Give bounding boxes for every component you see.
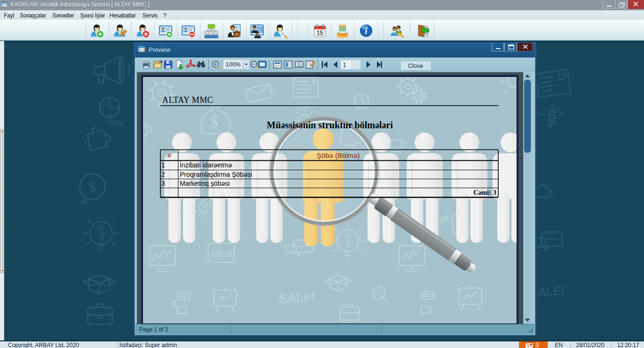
- svg-text:100%: 100%: [226, 61, 241, 68]
- svg-text:1: 1: [343, 62, 346, 68]
- svg-text:i: i: [365, 26, 368, 36]
- svg-text:Close: Close: [408, 63, 423, 69]
- svg-text:Time: Time: [106, 118, 124, 127]
- svg-text:15: 15: [317, 30, 323, 36]
- svg-text:$: $: [89, 179, 96, 195]
- svg-text:SALe!: SALe!: [278, 289, 315, 307]
- svg-text:08:00: 08:00: [211, 249, 235, 259]
